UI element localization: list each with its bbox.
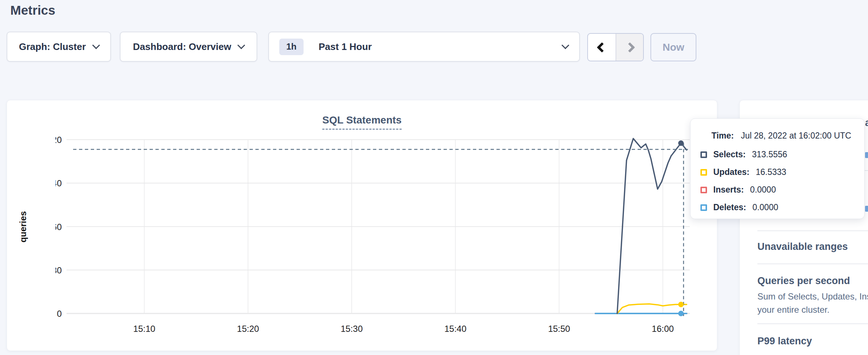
svg-text:16:00: 16:00 — [652, 324, 674, 334]
chevron-left-icon — [596, 42, 607, 52]
sidebar-divider — [757, 323, 868, 324]
tooltip-series-value: 313.5556 — [752, 150, 787, 159]
chart-hover-tooltip: Time: Jul 28, 2022 at 16:02:00 UTC Selec… — [690, 118, 865, 219]
time-range-dropdown[interactable]: 1h Past 1 Hour — [268, 32, 580, 62]
svg-text:15:10: 15:10 — [133, 324, 155, 334]
svg-text:320: 320 — [55, 135, 62, 145]
svg-text:0: 0 — [57, 309, 62, 319]
time-range-badge: 1h — [279, 39, 304, 55]
tooltip-series-label: Selects: — [713, 150, 746, 159]
prev-time-button[interactable] — [588, 34, 616, 61]
sidebar-stat-unavailable-ranges: Unavailable ranges — [757, 241, 868, 252]
graph-dropdown[interactable]: Graph: Cluster — [7, 32, 111, 62]
svg-text:15:20: 15:20 — [237, 324, 259, 334]
tooltip-series-label: Deletes: — [713, 202, 746, 212]
svg-text:15:50: 15:50 — [548, 324, 570, 334]
sidebar-stat-description-line: Sum of Selects, Updates, Inser — [757, 291, 868, 302]
tooltip-time-label: Time: — [711, 131, 734, 141]
graph-dropdown-label: Graph: Cluster — [19, 41, 86, 53]
dashboard-dropdown-label: Dashboard: Overview — [133, 41, 231, 53]
tooltip-time-value: Jul 28, 2022 at 16:02:00 UTC — [741, 131, 851, 141]
svg-text:240: 240 — [55, 178, 62, 188]
chevron-down-icon — [92, 41, 100, 49]
chart-title[interactable]: SQL Statements — [322, 114, 402, 130]
tooltip-series-value: 0.0000 — [750, 185, 776, 195]
chevron-right-icon — [624, 42, 635, 52]
y-axis-label: queries — [18, 194, 28, 260]
sidebar-divider — [757, 263, 868, 264]
tooltip-series-value: 0.0000 — [752, 202, 778, 212]
sql-statements-chart-card: SQL Statements queries 15:1015:2015:3015… — [7, 100, 717, 351]
tooltip-series-label: Inserts: — [713, 185, 744, 195]
svg-text:160: 160 — [55, 222, 62, 232]
now-button[interactable]: Now — [650, 33, 696, 61]
updates-legend-swatch-icon — [700, 169, 707, 176]
sidebar-divider — [757, 230, 868, 231]
page-title: Metrics — [10, 3, 55, 18]
sql-statements-chart[interactable]: 15:1015:2015:3015:4015:5016:000801602403… — [55, 129, 695, 342]
clipped-heading-fragment: a — [865, 117, 868, 129]
inserts-legend-swatch-icon — [700, 187, 707, 193]
time-range-label: Past 1 Hour — [319, 41, 372, 53]
time-step-button-group — [587, 33, 644, 61]
tooltip-series-label: Updates: — [713, 167, 749, 177]
svg-text:80: 80 — [55, 265, 62, 275]
dashboard-dropdown[interactable]: Dashboard: Overview — [120, 32, 257, 62]
tooltip-series-value: 16.5333 — [756, 167, 786, 177]
selects-legend-swatch-icon — [700, 151, 707, 158]
chevron-down-icon — [237, 41, 245, 49]
clipped-link-fragment — [865, 152, 868, 158]
sidebar-stat-description-line: your entire cluster. — [757, 305, 868, 315]
sidebar-stat-queries-per-second: Queries per second — [757, 275, 868, 287]
next-time-button-disabled[interactable] — [616, 34, 643, 61]
sidebar-stat-p99-latency: P99 latency — [757, 336, 868, 347]
deletes-legend-swatch-icon — [700, 204, 707, 211]
svg-text:15:40: 15:40 — [444, 324, 466, 334]
clipped-link-fragment — [865, 206, 868, 212]
chevron-down-icon — [562, 41, 569, 49]
svg-text:15:30: 15:30 — [341, 324, 363, 334]
